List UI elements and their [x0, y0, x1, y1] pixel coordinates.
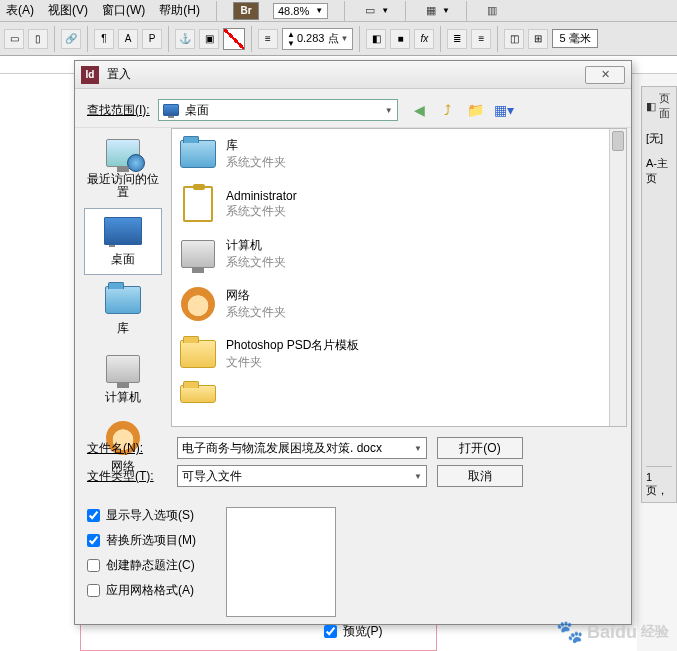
list-item[interactable]: Photoshop PSD名片模板文件夹: [172, 329, 626, 379]
list-item[interactable]: 库系统文件夹: [172, 129, 626, 179]
text-p-icon[interactable]: P: [142, 29, 162, 49]
place-library[interactable]: 库: [84, 277, 162, 344]
file-sub: 系统文件夹: [226, 203, 297, 220]
screen-mode-icon[interactable]: ▦: [422, 2, 440, 20]
place-label: 库: [117, 320, 129, 337]
back-icon[interactable]: ◀: [410, 100, 430, 120]
close-button[interactable]: ✕: [585, 66, 625, 84]
place-computer[interactable]: 计算机: [84, 346, 162, 413]
show-import-options-check[interactable]: 显示导入选项(S): [87, 507, 196, 524]
watermark: 🐾 Baidu 经验: [556, 619, 669, 645]
stroke-weight[interactable]: ▲▼ 0.283 点 ▼: [282, 28, 353, 50]
check-label: 创建静态题注(C): [106, 557, 195, 574]
chevron-down-icon: ▼: [315, 6, 323, 15]
lookin-value: 桌面: [185, 102, 209, 119]
replace-selected-check[interactable]: 替换所选项目(M): [87, 532, 196, 549]
watermark-sub: 经验: [641, 623, 669, 641]
filename-value: 电子商务与物流发展困境及对策. docx: [182, 440, 382, 457]
separator: [497, 26, 498, 52]
char-icon[interactable]: A: [118, 29, 138, 49]
file-name: Photoshop PSD名片模板: [226, 337, 359, 354]
check-label: 替换所选项目(M): [106, 532, 196, 549]
open-button[interactable]: 打开(O): [437, 437, 523, 459]
file-name: 库: [226, 137, 286, 154]
link-icon[interactable]: 🔗: [61, 29, 81, 49]
check-label: 预览(P): [343, 623, 383, 640]
filename-combo[interactable]: 电子商务与物流发展困境及对策. docx ▼: [177, 437, 427, 459]
transform-icon[interactable]: ◫: [504, 29, 524, 49]
desktop-icon: [163, 104, 179, 116]
lookin-select[interactable]: 桌面 ▼: [158, 99, 398, 121]
user-folder-icon: [183, 186, 213, 222]
computer-icon: [181, 240, 215, 268]
place-desktop[interactable]: 桌面: [84, 208, 162, 275]
separator: [168, 26, 169, 52]
scrollbar[interactable]: [609, 129, 626, 426]
separator: [344, 1, 345, 21]
scroll-thumb[interactable]: [612, 131, 624, 151]
checkbox[interactable]: [87, 584, 100, 597]
list-item[interactable]: 网络系统文件夹: [172, 279, 626, 329]
filetype-combo[interactable]: 可导入文件 ▼: [177, 465, 427, 487]
checkbox[interactable]: [324, 625, 337, 638]
grid-format-check[interactable]: 应用网格格式(A): [87, 582, 196, 599]
chevron-down-icon: ▼: [385, 106, 393, 115]
list-item[interactable]: 计算机系统文件夹: [172, 229, 626, 279]
anchor-icon[interactable]: ⚓: [175, 29, 195, 49]
separator: [359, 26, 360, 52]
a-master[interactable]: A-主页: [646, 156, 672, 186]
place-recent[interactable]: 最近访问的位置: [84, 130, 162, 206]
preview-check[interactable]: 预览(P): [324, 623, 383, 640]
para-icon[interactable]: ≣: [447, 29, 467, 49]
grid-icon[interactable]: ⊞: [528, 29, 548, 49]
checkbox[interactable]: [87, 559, 100, 572]
file-sub: 文件夹: [226, 354, 359, 371]
align-icon[interactable]: ¶: [94, 29, 114, 49]
stroke-icon[interactable]: ≡: [258, 29, 278, 49]
library-icon: [105, 286, 141, 314]
menu-window[interactable]: 窗口(W): [102, 2, 145, 19]
network-icon: [181, 287, 215, 321]
up-icon[interactable]: ⤴: [438, 100, 458, 120]
list-item[interactable]: [172, 379, 626, 409]
place-label: 桌面: [111, 251, 135, 268]
separator: [216, 1, 217, 21]
cancel-button[interactable]: 取消: [437, 465, 523, 487]
fx-icon[interactable]: fx: [414, 29, 434, 49]
folder-icon: [180, 385, 216, 403]
menu-view[interactable]: 视图(V): [48, 2, 88, 19]
wrap-icon[interactable]: ▣: [199, 29, 219, 49]
stroke-value: 0.283 点: [297, 31, 339, 46]
page-count: 1 页，: [646, 466, 672, 498]
watermark-brand: Baidu: [587, 622, 637, 643]
chevron-down-icon: ▼: [414, 444, 422, 453]
checkbox[interactable]: [87, 534, 100, 547]
filename-label: 文件名(N):: [87, 440, 167, 457]
list-item[interactable]: Administrator系统文件夹: [172, 179, 626, 229]
arrange-icon[interactable]: ▥: [483, 2, 501, 20]
menu-help[interactable]: 帮助(H): [159, 2, 200, 19]
file-sub: 系统文件夹: [226, 154, 286, 171]
file-list[interactable]: 库系统文件夹 Administrator系统文件夹 计算机系统文件夹 网络系统文…: [171, 128, 627, 427]
list-icon[interactable]: ≡: [471, 29, 491, 49]
desktop-icon: [104, 217, 142, 245]
places-bar: 最近访问的位置 桌面 库 计算机 网络: [75, 128, 171, 427]
computer-icon: [106, 355, 140, 383]
tool-icon[interactable]: ▯: [28, 29, 48, 49]
bridge-button[interactable]: Br: [233, 2, 259, 20]
new-folder-icon[interactable]: 📁: [466, 100, 486, 120]
swatch-icon[interactable]: ◧: [366, 29, 386, 49]
menu-table[interactable]: 表(A): [6, 2, 34, 19]
separator: [466, 1, 467, 21]
view-mode-icon[interactable]: ▭: [361, 2, 379, 20]
zoom-level[interactable]: 48.8% ▼: [273, 3, 328, 19]
tool-icon[interactable]: ▭: [4, 29, 24, 49]
static-caption-check[interactable]: 创建静态题注(C): [87, 557, 196, 574]
size-field[interactable]: 5 毫米: [552, 29, 597, 48]
swatch-icon[interactable]: ■: [390, 29, 410, 49]
pages-panel[interactable]: ◧页面 [无] A-主页 1 页，: [641, 86, 677, 503]
none-master[interactable]: [无]: [646, 131, 672, 146]
view-menu-icon[interactable]: ▦▾: [494, 100, 514, 120]
checkbox[interactable]: [87, 509, 100, 522]
fill-swatch[interactable]: [223, 28, 245, 50]
